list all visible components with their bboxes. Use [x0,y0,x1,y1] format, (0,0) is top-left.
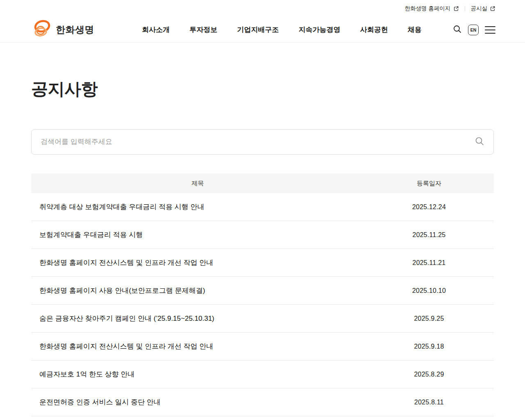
notice-title: 한화생명 홈페이지 전산시스템 및 인프라 개선 작업 안내 [31,258,364,267]
header-search-button[interactable] [453,25,462,35]
notice-title: 취약계층 대상 보험계약대출 우대금리 적용 시행 안내 [31,202,364,212]
notice-search-input[interactable] [41,138,475,146]
notice-date: 2025.9.25 [364,315,494,322]
notice-date: 2025.8.11 [364,399,494,406]
homepage-link[interactable]: 한화생명 홈페이지 [405,5,459,12]
search-icon[interactable] [475,136,484,148]
notice-title: 운전면허증 인증 서비스 일시 중단 안내 [31,397,364,407]
search-icon [453,25,462,35]
hamburger-menu-icon [485,26,495,34]
table-row[interactable]: 한화생명 홈페이지 사용 안내(보안프로그램 문제해결) 2025.10.10 [31,277,494,305]
disclosure-link-label: 공시실 [471,5,488,12]
table-row[interactable]: 예금자보호 1억 한도 상향 안내 2025.8.29 [31,361,494,388]
header-tools: EN [453,25,495,35]
notice-title: 숨은 금융자산 찾아주기 캠페인 안내 (’25.9.15~25.10.31) [31,314,364,323]
table-row[interactable]: 보험계약대출 우대금리 적용 시행 2025.11.25 [31,221,494,249]
table-row[interactable]: 한화생명 홈페이지 전산시스템 및 인프라 개선 작업 안내 2025.11.2… [31,249,494,277]
nav-item-investor[interactable]: 투자정보 [189,25,217,34]
notice-date: 2025.12.24 [364,203,494,211]
nav-item-sustainability[interactable]: 지속가능경영 [299,25,340,34]
hanwha-logo[interactable]: 한화생명 [31,20,94,40]
notice-date: 2025.11.21 [364,259,494,267]
main-content: 공지사항 제목 등록일자 취약계층 대상 보험계약대출 우대금리 적용 시행 안… [0,78,525,416]
nav-item-social[interactable]: 사회공헌 [360,25,388,34]
notice-date: 2025.10.10 [364,287,494,294]
notice-date: 2025.11.25 [364,231,494,239]
nav-item-company[interactable]: 회사소개 [142,25,170,34]
homepage-link-label: 한화생명 홈페이지 [405,5,451,12]
page-title: 공지사항 [31,78,494,100]
external-link-icon [490,6,495,11]
menu-button[interactable] [485,26,495,34]
page-shell: 한화생명 홈페이지 공시실 [0,0,525,416]
table-body: 취약계층 대상 보험계약대출 우대금리 적용 시행 안내 2025.12.24 … [31,193,494,416]
utility-bar: 한화생명 홈페이지 공시실 [0,0,525,17]
notice-title: 한화생명 홈페이지 전산시스템 및 인프라 개선 작업 안내 [31,342,364,351]
table-row[interactable]: 한화생명 홈페이지 전산시스템 및 인프라 개선 작업 안내 2025.9.18 [31,333,494,361]
table-header-row: 제목 등록일자 [31,173,494,193]
notice-date: 2025.9.18 [364,343,494,350]
table-row[interactable]: 숨은 금융자산 찾아주기 캠페인 안내 (’25.9.15~25.10.31) … [31,305,494,333]
notice-title: 예금자보호 1억 한도 상향 안내 [31,370,364,379]
notice-title: 한화생명 홈페이지 사용 안내(보안프로그램 문제해결) [31,286,364,295]
language-toggle-button[interactable]: EN [468,25,479,35]
main-nav: 회사소개 투자정보 기업지배구조 지속가능경영 사회공헌 채용 [127,25,436,34]
logo-wordmark: 한화생명 [56,23,94,36]
external-link-icon [453,6,459,11]
disclosure-link[interactable]: 공시실 [471,5,496,12]
notice-title: 보험계약대출 우대금리 적용 시행 [31,230,364,240]
main-header: 한화생명 회사소개 투자정보 기업지배구조 지속가능경영 사회공헌 채용 EN [0,17,525,43]
utility-divider [465,6,465,11]
notice-search-box [31,129,494,155]
table-row[interactable]: 운전면허증 인증 서비스 일시 중단 안내 2025.8.11 [31,388,494,416]
table-row[interactable]: 취약계층 대상 보험계약대출 우대금리 적용 시행 안내 2025.12.24 [31,193,494,221]
notice-date: 2025.8.29 [364,371,494,378]
notice-table: 제목 등록일자 취약계층 대상 보험계약대출 우대금리 적용 시행 안내 202… [31,173,494,416]
nav-item-governance[interactable]: 기업지배구조 [237,25,279,34]
column-header-date: 등록일자 [364,180,494,187]
hanwha-tricircle-icon [31,20,52,40]
column-header-title: 제목 [31,180,364,187]
nav-item-careers[interactable]: 채용 [408,25,422,34]
